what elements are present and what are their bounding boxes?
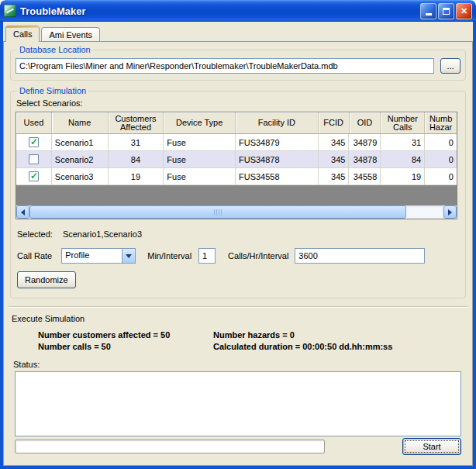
used-checkbox[interactable] [29, 171, 39, 181]
scrollbar-thumb[interactable] [29, 205, 406, 219]
titlebar[interactable]: TroubleMaker ✕ [0, 0, 476, 22]
scenarios-table: Used Name Customers Affected Device Type… [16, 112, 457, 219]
cell-customers-affected: 31 [109, 134, 164, 151]
close-icon: ✕ [460, 6, 467, 16]
cell-name: Scenario1 [52, 134, 109, 151]
close-button[interactable]: ✕ [456, 3, 472, 19]
used-checkbox[interactable] [29, 137, 39, 147]
column-header-used[interactable]: Used [16, 112, 52, 133]
scrollbar-track[interactable] [29, 205, 443, 219]
cell-oid: 34879 [349, 134, 381, 151]
status-box [15, 371, 461, 436]
cell-fcid: 345 [319, 151, 350, 168]
chevron-down-icon [126, 254, 132, 258]
stat-number-hazards: Number hazards = 0 [213, 330, 461, 340]
combo-dropdown-button[interactable] [122, 249, 135, 263]
execute-simulation-label: Execute Simulation [12, 314, 461, 323]
cell-number-hazards: 0 [425, 168, 457, 185]
cell-device-type: Fuse [164, 151, 236, 168]
call-rate-select[interactable]: Profile [61, 248, 136, 264]
database-path-input[interactable] [16, 58, 434, 74]
table-row[interactable]: Scenario2 84 Fuse FUS34878 345 34878 84 … [16, 151, 457, 168]
table-row[interactable]: Scenario1 31 Fuse FUS34879 345 34879 31 … [16, 134, 457, 151]
cell-number-hazards: 0 [425, 151, 457, 168]
column-header-facility-id[interactable]: Facility ID [236, 112, 319, 133]
selected-label: Selected: [17, 229, 53, 239]
cell-oid: 34878 [349, 151, 381, 168]
browse-button[interactable]: ... [440, 58, 460, 74]
database-location-group: Database Location ... [10, 45, 466, 81]
tab-ami-events-label: Ami Events [49, 30, 92, 40]
scroll-right-button[interactable] [443, 205, 457, 219]
cell-oid: 34558 [349, 168, 381, 185]
randomize-button[interactable]: Randomize [17, 271, 76, 288]
window-frame: Calls Ami Events Database Location ... D… [0, 22, 476, 469]
scroll-right-icon [448, 209, 452, 216]
stat-customers-affected: Number customers affected = 50 [38, 330, 213, 340]
cell-used [16, 134, 52, 151]
selected-value: Scenario1,Scenario3 [63, 229, 142, 239]
cell-name: Scenario2 [52, 151, 109, 168]
column-header-number-hazards[interactable]: Numb Hazar [425, 112, 457, 133]
cell-device-type: Fuse [164, 168, 236, 185]
select-scenarios-label: Select Scenarios: [16, 98, 460, 108]
minimize-icon [426, 13, 432, 16]
window-controls: ✕ [420, 3, 472, 19]
cell-customers-affected: 84 [109, 151, 164, 168]
tab-strip: Calls Ami Events [3, 22, 473, 41]
define-simulation-group: Define Simulation Select Scenarios: Used… [10, 86, 466, 298]
column-header-name[interactable]: Name [52, 112, 109, 133]
table-empty-area [16, 185, 457, 205]
progress-bar [15, 440, 325, 453]
cell-customers-affected: 19 [109, 168, 164, 185]
cell-number-calls: 84 [381, 151, 425, 168]
maximize-icon [443, 8, 450, 15]
calls-hr-interval-input[interactable] [295, 248, 425, 264]
app-icon [4, 5, 16, 17]
minimize-button[interactable] [420, 3, 436, 19]
cell-used [16, 151, 52, 168]
simulation-stats: Number customers affected = 50 Number ha… [38, 330, 461, 351]
call-rate-value: Profile [62, 249, 122, 263]
table-horizontal-scrollbar[interactable] [16, 205, 457, 219]
table-row[interactable]: Scenario3 19 Fuse FUS34558 345 34558 19 … [16, 168, 457, 185]
cell-facility-id: FUS34879 [236, 134, 319, 151]
cell-name: Scenario3 [52, 168, 109, 185]
maximize-button[interactable] [438, 3, 454, 19]
tab-calls-label: Calls [13, 29, 32, 39]
tab-calls[interactable]: Calls [5, 26, 40, 42]
cell-fcid: 345 [319, 134, 350, 151]
column-header-oid[interactable]: OID [350, 112, 381, 133]
window-title: TroubleMaker [20, 5, 86, 17]
app-window: TroubleMaker ✕ Calls Ami Events Database… [0, 0, 476, 469]
cell-number-calls: 31 [381, 134, 425, 151]
calls-tab-panel: Database Location ... Define Simulation … [3, 41, 473, 466]
cell-device-type: Fuse [164, 134, 236, 151]
execute-simulation-section: Execute Simulation Number customers affe… [9, 307, 467, 460]
cell-facility-id: FUS34878 [236, 151, 319, 168]
scroll-left-button[interactable] [16, 205, 29, 219]
stat-calculated-duration: Calculated duration = 00:00:50 dd.hh:mm:… [213, 342, 461, 351]
column-header-number-calls[interactable]: Number Calls [381, 112, 425, 133]
calls-hr-interval-label: Calls/Hr/Interval [228, 251, 288, 260]
min-interval-input[interactable] [198, 248, 216, 264]
scrollbar-grip-icon [214, 209, 222, 216]
cell-number-calls: 19 [381, 168, 425, 185]
start-button[interactable]: Start [402, 438, 461, 455]
stat-number-calls: Number calls = 50 [38, 342, 213, 351]
min-interval-label: Min/Interval [147, 251, 191, 260]
cell-used [16, 168, 52, 185]
define-simulation-label: Define Simulation [17, 86, 88, 95]
database-location-label: Database Location [17, 45, 93, 54]
tab-ami-events[interactable]: Ami Events [41, 27, 100, 41]
cell-fcid: 345 [319, 168, 350, 185]
used-checkbox[interactable] [29, 154, 39, 164]
cell-facility-id: FUS34558 [236, 168, 319, 185]
column-header-customers-affected[interactable]: Customers Affected [109, 112, 164, 133]
scroll-left-icon [21, 209, 25, 216]
call-rate-label: Call Rate [17, 251, 52, 260]
status-label: Status: [13, 360, 461, 369]
column-header-fcid[interactable]: FCID [319, 112, 350, 133]
table-header: Used Name Customers Affected Device Type… [16, 112, 457, 134]
column-header-device-type[interactable]: Device Type [164, 112, 236, 133]
